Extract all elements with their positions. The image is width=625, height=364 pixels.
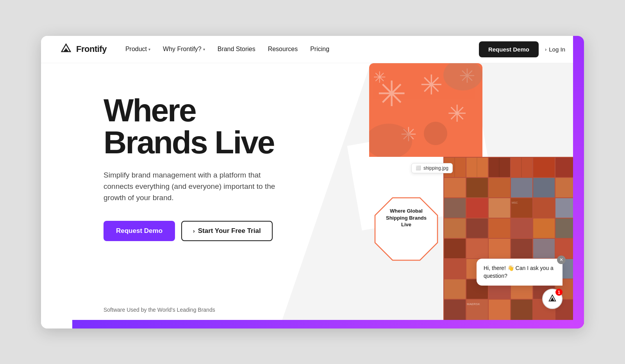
svg-rect-46 — [444, 279, 466, 299]
svg-rect-19 — [511, 178, 532, 197]
request-demo-hero-button[interactable]: Request Demo — [104, 221, 175, 241]
svg-text:MSC: MSC — [512, 201, 518, 204]
logo[interactable]: Frontify — [60, 43, 107, 55]
octagon-card: Where Global Shipping Brands Live — [373, 196, 439, 262]
svg-rect-18 — [489, 178, 510, 197]
svg-point-8 — [424, 122, 447, 145]
chat-close-button[interactable]: ✕ — [557, 256, 566, 264]
svg-rect-16 — [444, 178, 466, 197]
chat-widget: Hi, there! 👋 Can I ask you a question? ✕… — [477, 259, 562, 309]
svg-rect-24 — [489, 198, 510, 218]
svg-text:✳: ✳ — [373, 69, 386, 86]
bottom-social-proof: Software Used by the World's Leading Bra… — [104, 307, 215, 313]
svg-text:✳: ✳ — [447, 101, 467, 127]
browser-frame: Frontify Product ▾ Why Frontify? ▾ Brand… — [41, 36, 584, 328]
chat-notification-badge: 1 — [555, 289, 562, 296]
brand-name: Frontify — [76, 44, 107, 54]
chevron-right-icon: › — [545, 46, 546, 52]
svg-rect-32 — [533, 218, 555, 238]
nav-links: Product ▾ Why Frontify? ▾ Brand Stories … — [125, 46, 479, 53]
nav-product[interactable]: Product ▾ — [125, 46, 150, 53]
svg-rect-30 — [489, 218, 510, 238]
orange-pattern-card: ✳ ✳ ✳ ✳ ✳ ✳ — [369, 63, 482, 157]
svg-rect-40 — [444, 259, 466, 279]
nav-resources[interactable]: Resources — [268, 46, 298, 53]
chevron-down-icon: ▾ — [203, 47, 205, 51]
nav-pricing[interactable]: Pricing — [310, 46, 329, 53]
floral-pattern: ✳ ✳ ✳ ✳ ✳ ✳ — [369, 63, 482, 157]
hero-subtitle: Simplify brand management with a platfor… — [104, 169, 275, 204]
svg-rect-35 — [466, 239, 488, 258]
svg-rect-36 — [489, 239, 510, 258]
arrow-icon: › — [193, 228, 195, 234]
svg-point-6 — [443, 63, 482, 91]
svg-rect-38 — [533, 239, 555, 258]
octagon-text: Where Global Shipping Brands Live — [381, 208, 432, 228]
free-trial-button[interactable]: › Start Your Free Trial — [181, 221, 273, 241]
nav-why-frontify[interactable]: Why Frontify? ▾ — [163, 46, 205, 53]
svg-rect-29 — [466, 218, 488, 238]
svg-rect-22 — [444, 198, 466, 218]
hero-section: ✳ ✳ ✳ ✳ ✳ ✳ — [41, 63, 584, 328]
navigation: Frontify Product ▾ Why Frontify? ▾ Brand… — [41, 36, 584, 63]
svg-rect-14 — [533, 158, 555, 177]
hero-title: Where Brands Live — [104, 94, 283, 158]
chat-avatar-button[interactable]: 1 — [542, 289, 562, 309]
chat-bubble: Hi, there! 👋 Can I ask you a question? — [477, 259, 562, 286]
purple-right-bar — [573, 36, 584, 328]
chat-bubble-container: Hi, there! 👋 Can I ask you a question? ✕ — [477, 259, 562, 286]
login-button[interactable]: › Log In — [545, 46, 565, 53]
frontify-chat-icon — [547, 293, 558, 304]
svg-rect-37 — [511, 239, 532, 258]
hero-buttons: Request Demo › Start Your Free Trial — [104, 221, 283, 241]
svg-rect-17 — [466, 178, 488, 197]
svg-rect-28 — [444, 218, 466, 238]
nav-brand-stories[interactable]: Brand Stories — [218, 46, 255, 53]
image-icon: ⬜ — [416, 165, 421, 170]
hero-content: Where Brands Live Simplify brand managem… — [41, 63, 283, 257]
svg-rect-26 — [533, 198, 555, 218]
svg-rect-34 — [444, 239, 466, 258]
svg-text:✳: ✳ — [420, 70, 443, 100]
svg-rect-20 — [533, 178, 555, 197]
svg-rect-31 — [511, 218, 532, 238]
frontify-logo-icon — [60, 43, 72, 55]
chevron-down-icon: ▾ — [148, 47, 150, 51]
svg-rect-23 — [466, 198, 488, 218]
octagon-shape: Where Global Shipping Brands Live — [373, 196, 439, 262]
shipping-file-badge: ⬜ shipping.jpg — [411, 163, 453, 173]
request-demo-nav-button[interactable]: Request Demo — [479, 41, 539, 57]
nav-actions: Request Demo › Log In — [479, 41, 565, 57]
purple-bottom-bar — [72, 320, 573, 328]
